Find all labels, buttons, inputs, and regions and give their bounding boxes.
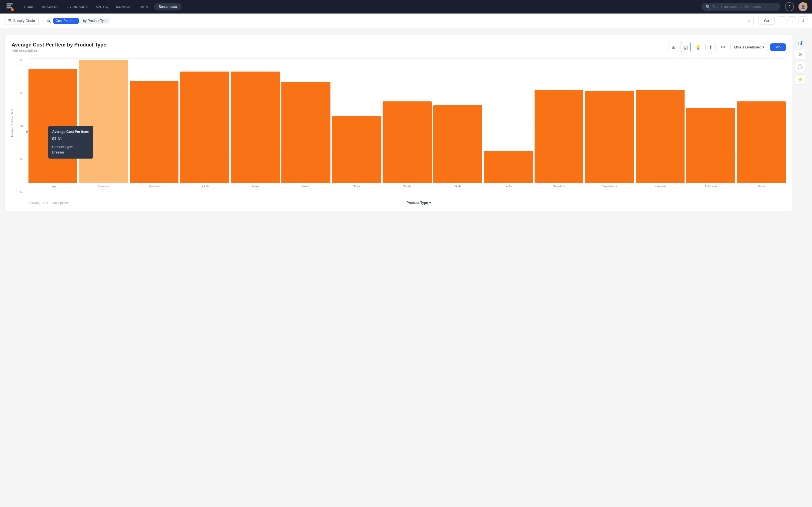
bar-group: Dresses — [79, 58, 128, 188]
refresh-button[interactable]: ↺ — [799, 16, 808, 25]
y-label-0: $0 — [20, 190, 23, 193]
bar-group: Swimwear — [636, 58, 684, 188]
back-button[interactable]: ← — [777, 16, 786, 25]
hamburger-icon: ☰ — [8, 18, 11, 23]
global-search-input[interactable] — [712, 5, 776, 9]
bar-pants[interactable] — [282, 82, 330, 183]
bar-shorts[interactable] — [383, 101, 432, 183]
x-axis-line — [29, 187, 786, 188]
help-button[interactable]: ? — [785, 2, 794, 11]
table-view-button[interactable]: ⊞ — [668, 42, 678, 52]
y-label-8: $8 — [20, 58, 23, 62]
pin-button[interactable]: Pin — [770, 43, 786, 51]
cost-per-item-pill[interactable]: Cost Per Item — [53, 18, 79, 24]
bar-headwear[interactable] — [130, 81, 179, 183]
source-selector[interactable]: ☰ Supply Chain — [4, 17, 39, 25]
bar-jackets[interactable] — [180, 71, 229, 183]
main-content: Average Cost Per Item by Product Type Ad… — [0, 28, 812, 219]
y-axis-title-wrapper: Average Cost Per Item — [9, 58, 15, 188]
bar-group: Jeans — [231, 58, 280, 188]
nav-home[interactable]: HOME — [21, 5, 37, 8]
gear-icon: ⚙ — [798, 52, 802, 57]
chart-sidebar-icon: 📊 — [797, 40, 803, 45]
bar-group: Socks — [484, 58, 532, 188]
y-label-6: $6 — [20, 91, 23, 95]
bar-group: Underwear — [686, 58, 735, 188]
y-axis-title: Average Cost Per Item — [11, 109, 14, 137]
bar-shirts[interactable] — [332, 116, 381, 183]
search-data-button[interactable]: Search data — [154, 3, 182, 10]
chart-subtitle[interactable]: Add description — [11, 48, 106, 53]
bar-group: Pants — [282, 58, 330, 188]
bar-vests[interactable] — [737, 101, 786, 183]
bar-bags[interactable] — [29, 69, 77, 183]
liveboard-selector[interactable]: MVA's Liveboard ▾ — [730, 43, 768, 51]
sidebar-bolt-button[interactable]: ⚡ — [795, 74, 805, 84]
global-search-bar[interactable]: 🔍 — [702, 3, 780, 11]
forward-button[interactable]: → — [787, 16, 796, 25]
bar-group: Jackets — [180, 58, 229, 188]
ellipsis-icon: ••• — [721, 45, 725, 50]
bar-jeans[interactable] — [231, 71, 280, 183]
bar-underwear[interactable] — [686, 108, 735, 183]
clear-search-button[interactable]: × — [748, 18, 750, 23]
right-sidebar: 📊 ⚙ ⓘ ⚡ — [793, 35, 808, 212]
bar-sweatshirts[interactable] — [585, 91, 634, 183]
nav-arrows: ← → — [777, 16, 796, 25]
insights-button[interactable]: 💡 — [693, 42, 703, 52]
search-bar-row: ☰ Supply Chain 🔍 Cost Per Item by Produc… — [0, 13, 812, 28]
nav-answers[interactable]: ANSWERS — [39, 5, 61, 8]
nav-liveboards[interactable]: LIVEBOARDS — [64, 5, 91, 8]
table-icon: ⊞ — [672, 45, 675, 50]
sidebar-chart-button[interactable]: 📊 — [795, 37, 805, 47]
bar-sweaters[interactable] — [535, 90, 583, 183]
search-pill-area[interactable]: 🔍 Cost Per Item by Product Type × — [43, 17, 753, 25]
lightbulb-icon: 💡 — [695, 45, 701, 50]
chart-view-button[interactable]: 📊 — [680, 42, 691, 52]
question-icon: ? — [788, 4, 791, 9]
chart-header: Average Cost Per Item by Product Type Ad… — [11, 42, 786, 53]
nav-monitor[interactable]: MONITOR — [113, 5, 135, 8]
nav-data[interactable]: DATA — [137, 5, 151, 8]
y-label-4: $4 — [20, 124, 23, 128]
bar-group: Sweaters — [535, 58, 583, 188]
bars-container: BagsDressesHeadwearJacketsJeansPantsShir… — [29, 58, 786, 188]
chart-toolbar: ⊞ 📊 💡 ⬆ ••• MVA's Liveboard ▾ P — [668, 42, 786, 52]
search-icon-small: 🔍 — [46, 18, 51, 23]
liveboard-label: MVA's Liveboard — [734, 45, 761, 49]
bar-chart-icon: 📊 — [683, 45, 689, 50]
chevron-down-icon: ▾ — [429, 201, 431, 205]
bar-group: Shirts — [332, 58, 381, 188]
x-axis-title[interactable]: Product Type ▾ — [407, 201, 431, 205]
chevron-down-icon: ▾ — [762, 45, 764, 49]
go-button[interactable]: Go — [758, 17, 775, 25]
more-options-button[interactable]: ••• — [718, 42, 728, 52]
bar-swimwear[interactable] — [636, 90, 684, 183]
sidebar-info-button[interactable]: ⓘ — [795, 62, 805, 72]
bar-group: Bags — [29, 58, 77, 188]
sidebar-settings-button[interactable]: ⚙ — [795, 50, 805, 60]
notification-dot — [804, 3, 807, 6]
search-icon: 🔍 — [705, 4, 710, 9]
by-product-type-pill[interactable]: by Product Type — [81, 18, 110, 24]
info-icon: ⓘ — [798, 64, 803, 70]
bar-dresses[interactable] — [79, 60, 128, 183]
top-navigation: HOME ANSWERS LIVEBOARDS SPOTIQ MONITOR D… — [0, 0, 812, 13]
user-avatar-wrapper: 👤 — [796, 2, 808, 11]
data-points-label: Showing 15 of 15 data points — [29, 201, 68, 205]
x-axis-title-text: Product Type — [407, 201, 428, 205]
bar-group: Shorts — [383, 58, 432, 188]
bar-socks[interactable] — [484, 151, 532, 183]
bar-group: Sweatshirts — [585, 58, 634, 188]
share-icon: ⬆ — [709, 45, 712, 50]
chart-title: Average Cost Per Item by Product Type — [11, 42, 106, 48]
nav-spotiq[interactable]: SPOTIQ — [93, 5, 111, 8]
share-button[interactable]: ⬆ — [705, 42, 716, 52]
app-logo[interactable] — [4, 2, 15, 12]
bar-skirts[interactable] — [434, 105, 482, 183]
chart-footer: Showing 15 of 15 data points Product Typ… — [11, 201, 786, 205]
chart-area: $8 $6 $4 $2 $0 ▶ BagsDressesHeadwearJack… — [11, 58, 786, 205]
svg-point-4 — [11, 8, 14, 11]
chart-title-section: Average Cost Per Item by Product Type Ad… — [11, 42, 106, 53]
y-label-2: $2 — [20, 157, 23, 161]
